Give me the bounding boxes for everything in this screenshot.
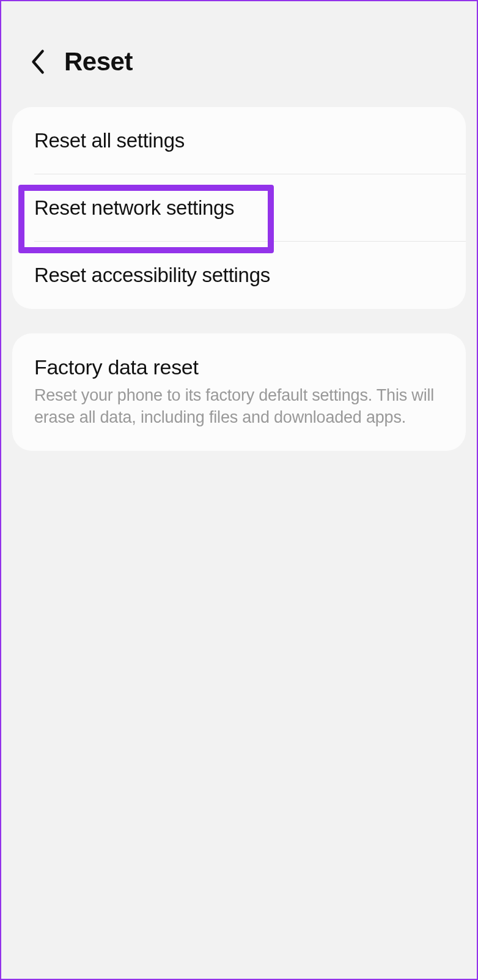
reset-all-settings[interactable]: Reset all settings — [12, 107, 466, 174]
header: Reset — [1, 1, 477, 107]
factory-data-reset[interactable]: Factory data reset Reset your phone to i… — [12, 333, 466, 451]
back-icon[interactable] — [29, 48, 46, 75]
list-item-label: Reset all settings — [34, 129, 444, 152]
factory-reset-card: Factory data reset Reset your phone to i… — [12, 333, 466, 451]
reset-network-settings[interactable]: Reset network settings — [12, 174, 466, 242]
list-item-label: Factory data reset — [34, 355, 444, 379]
page-title: Reset — [64, 47, 133, 76]
list-item-subtitle: Reset your phone to its factory default … — [34, 384, 444, 429]
reset-accessibility-settings[interactable]: Reset accessibility settings — [12, 242, 466, 309]
list-item-label: Reset accessibility settings — [34, 264, 444, 287]
list-item-label: Reset network settings — [34, 196, 444, 220]
reset-options-card: Reset all settings Reset network setting… — [12, 107, 466, 309]
